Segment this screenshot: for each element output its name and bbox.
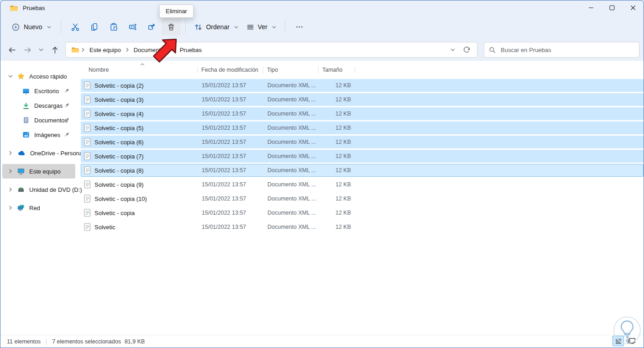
sidebar-item-este-equipo[interactable]: Este equipo [2, 164, 75, 179]
sidebar-item-label: Unidad de DVD (D:) [29, 186, 82, 193]
computer-icon [17, 168, 25, 175]
sidebar-item-label: Acceso rápido [29, 73, 67, 80]
pin-icon [63, 102, 70, 109]
paste-button[interactable] [104, 18, 123, 36]
minimize-button[interactable] [581, 0, 602, 15]
pin-icon [63, 88, 70, 94]
ellipsis-icon [295, 22, 304, 32]
sidebar-item-escritorio[interactable]: Escritorio [2, 84, 75, 98]
magnifier-icon [489, 47, 496, 53]
file-row[interactable]: Solvetic - copia (5) 15/01/2022 13:57 Do… [81, 121, 644, 134]
copy-icon [90, 22, 99, 32]
view-button-label: Ver [258, 23, 267, 31]
column-header-nombre[interactable]: Nombre [81, 63, 198, 77]
column-header-tamano[interactable]: Tamaño [319, 63, 355, 77]
file-row[interactable]: Solvetic - copia (4) 15/01/2022 13:57 Do… [81, 107, 644, 120]
star-icon [17, 73, 25, 80]
cloud-icon [17, 150, 26, 156]
toolbar-separator [185, 20, 186, 34]
sidebar-item-red[interactable]: Red [2, 200, 75, 215]
chevron-down-icon [450, 47, 456, 53]
address-bar[interactable]: Este equipo Documentos Pruebas [65, 42, 477, 58]
more-options-button[interactable] [290, 18, 309, 36]
breadcrumb-pruebas[interactable]: Pruebas [177, 45, 204, 55]
xml-document-icon [84, 124, 91, 132]
view-button[interactable]: Ver [242, 18, 280, 36]
large-icons-view-button[interactable] [626, 336, 637, 346]
file-row[interactable]: Solvetic - copia (6) 15/01/2022 13:57 Do… [81, 136, 644, 148]
xml-document-icon [84, 110, 91, 118]
file-row[interactable]: Solvetic - copia (2) 15/01/2022 13:57 Do… [81, 79, 644, 92]
sort-button[interactable]: Ordenar [190, 18, 242, 36]
share-icon [147, 22, 157, 32]
search-input[interactable] [500, 46, 634, 54]
chevron-right-icon [8, 150, 13, 156]
refresh-button[interactable] [459, 42, 474, 58]
clipboard-paste-icon [109, 22, 118, 32]
sidebar-item-label: OneDrive - Personal [30, 150, 84, 157]
chevron-down-icon [38, 47, 44, 53]
sidebar-item-onedrive[interactable]: OneDrive - Personal [2, 146, 75, 160]
sidebar-item-label: Imágenes [34, 132, 60, 138]
breadcrumb-este-equipo[interactable]: Este equipo [87, 45, 124, 55]
recent-locations-button[interactable] [35, 42, 47, 58]
xml-document-icon [84, 166, 91, 174]
chevron-down-icon [234, 25, 239, 30]
scissors-icon [71, 22, 80, 32]
up-button[interactable] [47, 42, 63, 58]
chevron-right-icon [80, 47, 86, 53]
forward-button[interactable] [20, 42, 35, 58]
new-button[interactable]: Nuevo [7, 18, 56, 36]
arrow-up-icon [51, 46, 59, 54]
close-button[interactable] [623, 0, 644, 15]
column-header-fecha[interactable]: Fecha de modificación [198, 63, 263, 77]
chevron-right-icon [8, 187, 13, 192]
cut-button[interactable] [66, 18, 85, 36]
copy-button[interactable] [85, 18, 104, 36]
file-row-focused[interactable]: Solvetic - copia (8) 15/01/2022 13:57 Do… [81, 164, 644, 177]
chevron-right-icon [8, 169, 13, 174]
sidebar-item-label: Documentos [34, 117, 68, 124]
chevron-right-icon [125, 47, 130, 53]
sidebar-item-dvd[interactable]: Unidad de DVD (D:) [2, 182, 75, 197]
file-row[interactable]: Solvetic 15/01/2022 13:57 Documento XML … [81, 221, 644, 233]
file-row[interactable]: Solvetic - copia (7) 15/01/2022 13:57 Do… [81, 150, 644, 163]
toolbar-separator [285, 20, 285, 34]
delete-button[interactable] [162, 18, 181, 36]
sidebar-item-documentos[interactable]: Documentos [2, 113, 75, 127]
sidebar-item-acceso-rapido[interactable]: Acceso rápido [2, 69, 75, 84]
list-header: Nombre Fecha de modificación Tipo Tamaño [81, 63, 644, 77]
back-button[interactable] [4, 42, 20, 58]
xml-document-icon [84, 195, 91, 203]
details-view-button[interactable] [613, 336, 624, 346]
chevron-down-icon [47, 25, 52, 30]
sidebar-item-label: Escritorio [34, 88, 59, 95]
file-row[interactable]: Solvetic - copia 15/01/2022 13:57 Docume… [81, 206, 644, 219]
sidebar-item-imagenes[interactable]: Imágenes [2, 127, 75, 142]
pin-icon [63, 117, 70, 123]
column-header-tipo[interactable]: Tipo [263, 63, 319, 77]
breadcrumb-documentos[interactable]: Documentos [131, 45, 170, 55]
delete-tooltip: Eliminar [159, 5, 194, 18]
file-row[interactable]: Solvetic - copia (10) 15/01/2022 13:57 D… [81, 192, 644, 205]
share-button[interactable] [142, 18, 162, 36]
sort-ascending-icon [140, 63, 145, 66]
file-row[interactable]: Solvetic - copia (3) 15/01/2022 13:57 Do… [81, 93, 644, 106]
trash-icon [167, 22, 176, 32]
folder-icon [71, 47, 79, 53]
status-bar: 11 elementos 7 elementos seleccionados 8… [0, 335, 644, 348]
chevron-down-icon [272, 25, 277, 30]
rename-button[interactable] [123, 18, 142, 36]
file-list: Nombre Fecha de modificación Tipo Tamaño… [77, 61, 644, 335]
file-rows: Solvetic - copia (2) 15/01/2022 13:57 Do… [81, 79, 644, 233]
maximize-button[interactable] [602, 0, 623, 15]
file-row[interactable]: Solvetic - copia (9) 15/01/2022 13:57 Do… [81, 178, 644, 191]
status-separator [46, 338, 47, 345]
items-count: 11 elementos [7, 338, 41, 345]
address-dropdown-button[interactable] [447, 42, 459, 58]
xml-document-icon [84, 209, 91, 217]
xml-document-icon [84, 81, 91, 90]
sidebar-item-descargas[interactable]: Descargas [2, 98, 75, 113]
list-lines-icon [246, 23, 255, 32]
xml-document-icon [84, 138, 91, 146]
